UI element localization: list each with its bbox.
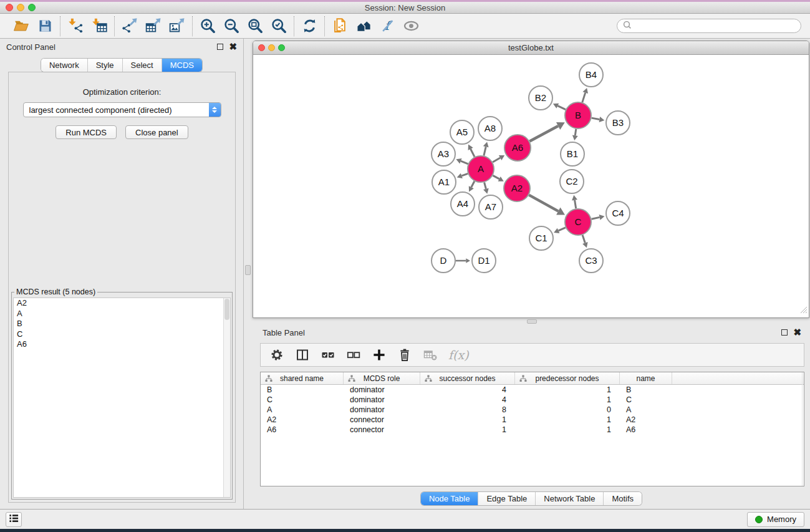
refresh-icon[interactable] (299, 16, 319, 36)
mcds-result-item[interactable]: B (14, 319, 230, 329)
save-icon[interactable] (35, 16, 55, 36)
edge-A-A3[interactable] (456, 158, 468, 164)
mcds-result-item[interactable]: A6 (14, 339, 230, 350)
memory-button[interactable]: Memory (747, 512, 804, 527)
horizontal-splitter[interactable] (253, 318, 810, 324)
table-row[interactable]: Bdominator41B (261, 385, 804, 395)
result-scroll-thumb[interactable] (224, 299, 229, 320)
edge-A-A4[interactable] (469, 181, 475, 192)
node-B3[interactable]: B3 (606, 111, 630, 135)
criterion-dropdown[interactable]: largest connected component (directed) (23, 102, 221, 117)
tab-edge-table[interactable]: Edge Table (478, 492, 535, 505)
node-A7[interactable]: A7 (479, 195, 503, 219)
edge-B-B4[interactable] (582, 88, 588, 102)
export-image-icon[interactable] (167, 16, 187, 36)
deselect-all-icon[interactable] (346, 346, 361, 364)
export-table-icon[interactable] (143, 16, 163, 36)
export-network-icon[interactable] (120, 16, 140, 36)
edge-C-C2[interactable] (572, 195, 577, 209)
horizontal-splitter-handle[interactable] (527, 319, 537, 324)
tab-network-table[interactable]: Network Table (535, 492, 603, 505)
tab-motifs[interactable]: Motifs (603, 492, 642, 505)
node-D[interactable]: D (432, 249, 455, 273)
node-C1[interactable]: C1 (529, 226, 553, 250)
table-close-panel-icon[interactable]: ✖ (793, 329, 801, 336)
edge-C-C1[interactable] (554, 228, 566, 233)
node-A1[interactable]: A1 (432, 170, 456, 194)
resize-grip-icon[interactable] (800, 305, 808, 316)
table-scrollbar[interactable] (802, 372, 804, 486)
mcds-result-item[interactable]: A (14, 309, 230, 319)
edge-A-A7[interactable] (483, 182, 489, 193)
column-header-name[interactable]: name (620, 372, 672, 384)
node-A2[interactable]: A2 (504, 175, 530, 201)
table-row[interactable]: A6connector11A6 (261, 425, 804, 435)
tab-style[interactable]: Style (87, 59, 122, 72)
new-network-from-selection-icon[interactable] (330, 16, 350, 36)
open-folder-icon[interactable] (11, 16, 31, 36)
node-A6[interactable]: A6 (504, 135, 531, 161)
mcds-result-item[interactable]: A2 (14, 298, 230, 309)
node-C2[interactable]: C2 (560, 170, 584, 193)
node-A[interactable]: A (468, 156, 494, 182)
edge-D-D1[interactable] (456, 258, 470, 263)
node-B2[interactable]: B2 (529, 86, 552, 110)
edge-B-B2[interactable] (553, 104, 566, 110)
function-icon[interactable]: f (377, 16, 397, 36)
edge-C-C3[interactable] (582, 235, 588, 248)
column-header-predecessor-nodes[interactable]: predecessor nodes (515, 372, 620, 384)
edge-A-A2[interactable] (493, 175, 503, 181)
node-A4[interactable]: A4 (451, 192, 475, 216)
search-box[interactable] (617, 19, 801, 33)
browser-icon[interactable] (354, 16, 374, 36)
node-C[interactable]: C (565, 209, 591, 235)
node-A5[interactable]: A5 (450, 120, 474, 144)
edge-A-A5[interactable] (468, 145, 475, 157)
result-list-scrollbar[interactable] (223, 298, 230, 497)
table-row[interactable]: Cdominator41C (261, 395, 804, 405)
column-header-successor-nodes[interactable]: successor nodes (420, 372, 515, 384)
tab-mcds[interactable]: MCDS (162, 59, 202, 72)
mcds-result-item[interactable]: C (14, 329, 230, 340)
tab-network[interactable]: Network (41, 59, 87, 72)
zoom-in-icon[interactable] (198, 16, 218, 36)
add-column-icon[interactable] (372, 346, 387, 364)
node-C4[interactable]: C4 (606, 201, 630, 225)
edge-A-A8[interactable] (483, 142, 489, 155)
table-row[interactable]: Adominator80A (261, 405, 804, 415)
run-mcds-button[interactable]: Run MCDS (55, 125, 117, 139)
select-all-icon[interactable] (321, 346, 335, 364)
edge-A2-C[interactable] (529, 195, 565, 215)
node-D1[interactable]: D1 (472, 249, 496, 273)
node-A8[interactable]: A8 (478, 117, 502, 140)
tab-select[interactable]: Select (122, 59, 162, 72)
edge-B-B3[interactable] (592, 117, 605, 122)
edge-A6-B[interactable] (529, 122, 564, 142)
edge-A-A6[interactable] (493, 155, 504, 162)
zoom-fit-icon[interactable] (245, 16, 265, 36)
close-panel-button[interactable]: Close panel (125, 125, 188, 139)
gear-icon[interactable] (269, 346, 284, 364)
table-row[interactable]: A2connector11A2 (261, 415, 804, 425)
node-B1[interactable]: B1 (561, 142, 584, 166)
vertical-splitter[interactable] (244, 39, 253, 509)
import-network-icon[interactable] (65, 16, 85, 36)
trash-icon[interactable] (397, 346, 412, 364)
search-input[interactable] (632, 22, 796, 31)
node-A3[interactable]: A3 (432, 142, 455, 166)
import-table-icon[interactable] (89, 16, 109, 36)
columns-icon[interactable] (295, 346, 310, 364)
column-header-shared-name[interactable]: shared name (261, 372, 344, 384)
node-B4[interactable]: B4 (579, 63, 603, 87)
vertical-splitter-handle[interactable] (245, 265, 251, 275)
edge-C-C4[interactable] (592, 215, 605, 220)
edge-A-A1[interactable] (457, 173, 468, 178)
close-panel-icon[interactable]: ✖ (229, 44, 237, 50)
column-header-mcds-role[interactable]: MCDS role (344, 372, 420, 384)
node-B[interactable]: B (565, 102, 591, 128)
zoom-out-icon[interactable] (221, 16, 241, 36)
zoom-selected-icon[interactable] (269, 16, 289, 36)
float-panel-icon[interactable] (217, 44, 223, 50)
show-panels-button[interactable] (6, 512, 22, 527)
show-hide-icon[interactable] (401, 16, 421, 36)
